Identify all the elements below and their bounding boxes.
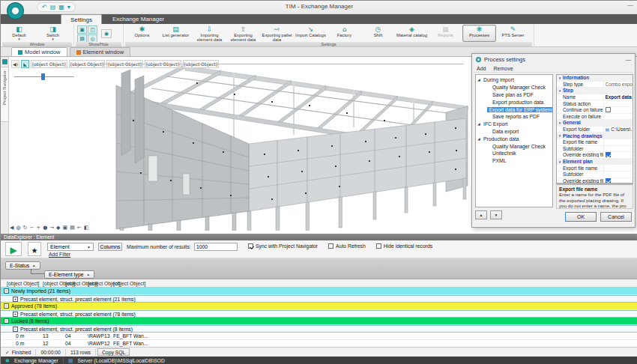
measure-icon[interactable]: ◆ xyxy=(56,225,60,231)
tree-item[interactable]: ◢ During import xyxy=(476,76,552,84)
zoom-icon[interactable]: ◍ xyxy=(16,225,20,231)
show-model-window-icon[interactable]: ▣ xyxy=(77,25,87,34)
folder-icon[interactable]: ▤ xyxy=(606,127,610,132)
property-row[interactable]: ▾ Placing drawings ▤ xyxy=(557,133,633,139)
tree-item[interactable]: ◢ Production data xyxy=(476,135,552,142)
tree-item[interactable]: ◢ Save plan as PDF xyxy=(476,91,552,99)
table-row[interactable]: 0 m 13 04 \RAWP13 FE_BFT Wan... xyxy=(1,333,637,340)
table-row[interactable]: − Approved (78 items) xyxy=(1,303,637,310)
toolbar-checkbox[interactable]: Auto Refresh xyxy=(328,243,366,249)
run-query-button[interactable]: ▶ xyxy=(5,242,22,256)
show-element-window-icon[interactable]: ◫ xyxy=(88,25,97,34)
property-row[interactable]: ▾ Name ▤ Export data for xyxy=(557,94,633,101)
property-row[interactable]: ▾ Export folder ▤ C:\Users\... xyxy=(557,127,633,133)
document-tab[interactable]: Element window xyxy=(70,47,131,56)
tree-item[interactable]: ◢ Quality Manager Check xyxy=(476,142,552,150)
app-logo-icon[interactable] xyxy=(7,3,23,19)
view-layers-icon[interactable]: ▤ xyxy=(70,225,75,231)
previous-view-icon[interactable]: ← xyxy=(77,225,82,231)
row-expander-icon[interactable]: − xyxy=(4,288,9,294)
visibility-eye-icon[interactable]: ◉ xyxy=(101,29,112,38)
toolbar-checkbox[interactable]: Sync with Project Navigator xyxy=(248,243,318,249)
tree-item[interactable]: ◢ Export production data xyxy=(476,98,552,106)
model-3d-view[interactable] xyxy=(9,60,471,231)
cancel-button[interactable]: Cancel xyxy=(600,212,632,222)
property-checkbox[interactable] xyxy=(606,107,611,112)
checkbox-icon[interactable] xyxy=(328,243,333,249)
tree-item[interactable]: ◢ IFC Export xyxy=(476,121,552,128)
zoom-in-icon[interactable]: + xyxy=(36,225,40,231)
ribbon-button[interactable]: ✱ Options xyxy=(125,25,159,42)
timeline-track[interactable] xyxy=(102,64,464,64)
ribbon-button[interactable]: ▤ List generator xyxy=(159,25,193,42)
tree-expander-icon[interactable]: ◢ xyxy=(476,122,482,126)
row-expander-icon[interactable]: − xyxy=(4,318,9,324)
center-view-icon[interactable]: ● xyxy=(43,225,47,231)
ribbon-tab[interactable]: Settings xyxy=(61,14,102,24)
ribbon-button[interactable]: ↘ Import Catalogs xyxy=(294,25,327,42)
tree-item[interactable]: ◢ PXML xyxy=(476,157,552,165)
ribbon-button[interactable]: ⇨ Exporting pallet data xyxy=(260,25,294,42)
column-header[interactable]: [object Object] xyxy=(7,281,39,286)
back-icon[interactable]: ◀ xyxy=(10,225,13,231)
ribbon-button[interactable]: ▦ Reports xyxy=(429,25,462,42)
menu-add[interactable]: Add xyxy=(477,66,486,71)
ribbon-button[interactable]: ◈ Material catalog xyxy=(395,25,429,42)
property-row[interactable]: ▾ Execute on failure ▤ xyxy=(557,114,633,121)
checkbox-icon[interactable] xyxy=(376,243,381,249)
dialog-minimize-button[interactable]: — xyxy=(626,57,631,62)
property-row[interactable]: ▾ Information ▤ xyxy=(557,75,633,82)
ribbon-button[interactable]: ✎ PTS Server xyxy=(496,25,530,42)
ribbon-button[interactable]: ⇧ Exporting element data xyxy=(226,25,260,42)
property-checkbox[interactable] xyxy=(606,178,611,183)
ribbon-button[interactable]: ⌂ Factory xyxy=(327,25,361,42)
table-row[interactable]: + Precast element, struct. precast eleme… xyxy=(1,295,637,303)
row-expander-icon[interactable]: − xyxy=(4,303,9,309)
row-expander-icon[interactable]: + xyxy=(13,312,18,317)
row-expander-icon[interactable]: − xyxy=(13,327,18,332)
copy-sql-button[interactable]: Copy SQL xyxy=(97,348,130,356)
property-row[interactable]: ▾ Export file name ▤ xyxy=(557,165,633,172)
property-row[interactable]: ▾ Continue on failure ▤ xyxy=(557,107,633,114)
column-header[interactable]: [object Object] xyxy=(113,281,145,286)
property-row[interactable]: ▾ Override existing files ▤ xyxy=(557,178,633,184)
toolbar-checkbox[interactable]: Hide identical records xyxy=(376,243,432,249)
property-row[interactable]: ▾ Step type ▤ Combo export xyxy=(557,82,633,88)
columns-button[interactable]: Columns xyxy=(98,243,122,251)
row-expander-icon[interactable]: + xyxy=(13,297,18,302)
property-row[interactable]: ▾ Subfolder ▤ xyxy=(557,172,633,178)
switch-window-button[interactable]: ◨ Switch ▾ xyxy=(36,25,70,42)
property-checkbox[interactable] xyxy=(606,152,611,157)
tree-item[interactable]: ◢ Save reports as PDF xyxy=(476,113,552,121)
ribbon-button[interactable]: ⇩ Importing element data xyxy=(193,25,226,42)
slider-handle[interactable] xyxy=(41,73,45,80)
group-pill-element-type[interactable]: E-Element type ▲ xyxy=(44,270,94,279)
add-filter-link[interactable]: Add Filter xyxy=(49,252,70,257)
table-row[interactable]: − Precast element, struct. precast eleme… xyxy=(1,325,637,333)
tree-expander-icon[interactable]: ◢ xyxy=(476,78,482,82)
property-row[interactable]: ▾ Step ▤ xyxy=(557,88,633,94)
ribbon-button[interactable]: ◷ Shift xyxy=(361,25,395,42)
property-row[interactable]: ▾ Override existing files ▤ xyxy=(557,152,633,159)
tree-expander-icon[interactable]: ◢ xyxy=(476,137,482,141)
document-tab[interactable]: Model window xyxy=(11,47,67,56)
property-row[interactable]: ▾ General ▤ xyxy=(557,120,633,127)
rotate-icon[interactable]: ↻ xyxy=(23,225,28,231)
table-row[interactable]: + Precast element, struct. precast eleme… xyxy=(1,310,637,318)
project-navigator-tab[interactable]: Project Navigator xyxy=(1,67,9,122)
tree-item[interactable]: ◢ Quality Manager Check xyxy=(476,84,552,91)
table-row[interactable]: − Locked (8 items) xyxy=(1,318,637,325)
checkbox-icon[interactable] xyxy=(248,243,253,249)
menu-remove[interactable]: Remove xyxy=(493,66,513,71)
default-window-button[interactable]: ◧ Default ▾ xyxy=(2,25,36,42)
table-row[interactable]: − Newly imported (21 items) xyxy=(1,288,637,295)
tree-item[interactable]: ◢ Data export xyxy=(476,128,552,136)
pan-icon[interactable]: → xyxy=(49,225,54,231)
property-row[interactable]: ▾ Status action ▤ xyxy=(557,100,633,107)
move-down-button[interactable]: ▼ xyxy=(490,210,502,219)
dialog-title-bar[interactable]: Process settings — xyxy=(472,54,635,64)
entity-select[interactable]: Element ▼ xyxy=(47,243,94,251)
favorites-button[interactable]: ★ xyxy=(28,242,41,256)
clip-plane-icon[interactable]: ◧ xyxy=(84,225,89,231)
property-row[interactable]: ▾ Subfolder ▤ xyxy=(557,146,633,153)
